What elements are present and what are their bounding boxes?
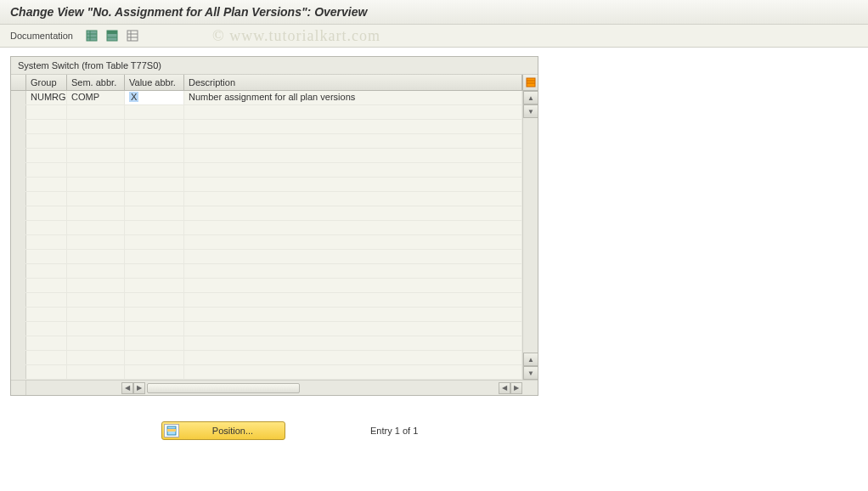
footer: Position... Entry 1 of 1 — [10, 421, 858, 440]
toolbar: Documentation — [0, 25, 868, 48]
cell-value-abbr[interactable] — [125, 322, 184, 336]
row-selector[interactable] — [11, 264, 26, 278]
cell-value-abbr[interactable] — [125, 221, 184, 234]
row-selector[interactable] — [11, 293, 26, 307]
row-selector[interactable] — [11, 336, 26, 350]
row-selector[interactable] — [11, 221, 26, 234]
table-edit-icon[interactable] — [126, 29, 139, 42]
scroll-right-end-icon[interactable]: ▶ — [510, 382, 522, 394]
table-row[interactable] — [11, 206, 522, 221]
table-select-icon[interactable] — [105, 29, 119, 42]
cell-value-abbr[interactable] — [125, 149, 184, 162]
table-row[interactable] — [11, 192, 522, 206]
column-header-sem-abbr[interactable]: Sem. abbr. — [67, 75, 125, 90]
cell-value-abbr[interactable] — [125, 163, 184, 177]
table-row[interactable] — [11, 235, 522, 250]
table-row[interactable] — [11, 322, 522, 336]
table-row[interactable] — [11, 163, 522, 178]
row-selector[interactable] — [11, 235, 26, 249]
horizontal-scrollbar[interactable]: ◀ ▶ ◀ ▶ — [11, 380, 538, 395]
row-selector[interactable] — [11, 250, 26, 263]
table-settings-icon[interactable] — [85, 29, 99, 42]
table-row[interactable] — [11, 105, 522, 120]
cell-sem-abbr — [67, 235, 125, 249]
cell-value-abbr[interactable] — [125, 351, 184, 364]
cell-group — [26, 336, 67, 350]
table-config-icon[interactable] — [522, 75, 538, 90]
column-header-value-abbr[interactable]: Value abbr. — [125, 75, 184, 90]
cell-sem-abbr — [67, 221, 125, 234]
table-row[interactable] — [11, 120, 522, 134]
table-row[interactable] — [11, 178, 522, 192]
row-selector[interactable] — [11, 206, 26, 220]
row-selector[interactable] — [11, 178, 26, 191]
row-selector-header[interactable] — [11, 75, 26, 90]
table-row[interactable]: NUMRG COMP X Number assignment for all p… — [11, 91, 522, 105]
grid-wrapper: NUMRG COMP X Number assignment for all p… — [11, 91, 538, 380]
column-header-group[interactable]: Group — [26, 75, 67, 90]
row-selector[interactable] — [11, 105, 26, 119]
row-selector[interactable] — [11, 308, 26, 321]
cell-group — [26, 235, 67, 249]
cell-description — [184, 221, 522, 234]
row-selector[interactable] — [11, 120, 26, 133]
table-row[interactable] — [11, 351, 522, 365]
row-selector[interactable] — [11, 134, 26, 148]
scroll-down-icon[interactable]: ▼ — [523, 104, 538, 118]
hscroll-track[interactable] — [145, 381, 499, 395]
table-row[interactable] — [11, 279, 522, 293]
table-row[interactable] — [11, 134, 522, 149]
cell-description — [184, 322, 522, 336]
column-header-description[interactable]: Description — [184, 75, 522, 90]
scroll-up-icon[interactable]: ▲ — [523, 91, 538, 104]
cell-value-abbr[interactable] — [125, 279, 184, 292]
cell-value-abbr[interactable] — [125, 206, 184, 220]
scroll-left-end-icon[interactable]: ◀ — [499, 382, 510, 394]
entry-count: Entry 1 of 1 — [370, 426, 418, 436]
scroll-up-bottom-icon[interactable]: ▲ — [523, 353, 538, 366]
cell-value-abbr[interactable] — [125, 293, 184, 307]
table-row[interactable] — [11, 293, 522, 308]
row-selector[interactable] — [11, 351, 26, 364]
row-selector[interactable] — [11, 163, 26, 177]
table-row[interactable] — [11, 264, 522, 279]
cell-value-abbr[interactable] — [125, 105, 184, 119]
row-selector[interactable] — [11, 365, 26, 379]
table-row[interactable] — [11, 250, 522, 264]
row-selector[interactable] — [11, 192, 26, 206]
table-row[interactable] — [11, 365, 522, 380]
row-selector[interactable] — [11, 149, 26, 162]
scroll-down-bottom-icon[interactable]: ▼ — [523, 366, 538, 380]
cell-sem-abbr — [67, 163, 125, 177]
cell-value-abbr[interactable] — [125, 120, 184, 133]
row-selector[interactable] — [11, 322, 26, 336]
cell-description — [184, 235, 522, 249]
position-button[interactable]: Position... — [161, 421, 285, 440]
cell-value-abbr[interactable] — [125, 365, 184, 379]
cell-sem-abbr — [67, 250, 125, 263]
scroll-left-icon[interactable]: ◀ — [121, 382, 133, 394]
svg-rect-16 — [167, 429, 176, 432]
scroll-right-icon[interactable]: ▶ — [133, 382, 145, 394]
row-selector[interactable] — [11, 279, 26, 292]
table-row[interactable] — [11, 336, 522, 351]
cell-value-abbr[interactable] — [125, 235, 184, 249]
cell-value-abbr[interactable] — [125, 250, 184, 263]
cell-value-abbr[interactable] — [125, 264, 184, 278]
table-row[interactable] — [11, 308, 522, 322]
vertical-scrollbar[interactable]: ▲ ▼ ▲ ▼ — [522, 91, 538, 380]
cell-value-abbr[interactable] — [125, 192, 184, 206]
cell-value-abbr[interactable]: X — [125, 91, 184, 104]
scroll-track[interactable] — [523, 118, 538, 353]
cell-value-abbr[interactable] — [125, 308, 184, 321]
row-selector[interactable] — [11, 91, 26, 104]
documentation-label[interactable]: Documentation — [10, 31, 73, 41]
hscroll-thumb[interactable] — [147, 383, 300, 393]
cell-group — [26, 163, 67, 177]
cell-value-abbr[interactable] — [125, 178, 184, 191]
cell-value-abbr[interactable] — [125, 134, 184, 148]
cell-value-abbr[interactable] — [125, 336, 184, 350]
table-row[interactable] — [11, 221, 522, 235]
table-row[interactable] — [11, 149, 522, 163]
cell-group — [26, 279, 67, 292]
